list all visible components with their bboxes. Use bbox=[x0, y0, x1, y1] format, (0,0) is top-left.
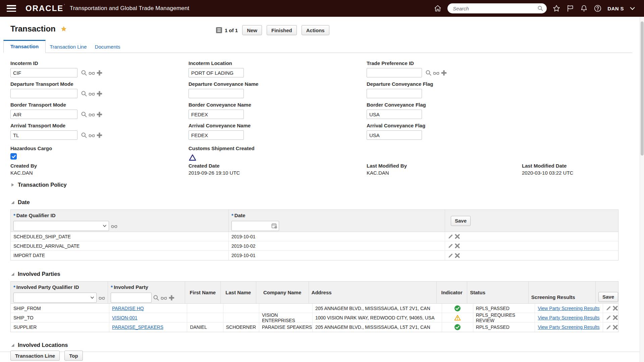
border-conveyance-flag-input[interactable] bbox=[367, 110, 422, 119]
delete-x-icon[interactable] bbox=[612, 315, 618, 320]
new-button[interactable]: New bbox=[242, 25, 262, 35]
departure-transport-mode-input[interactable] bbox=[10, 89, 77, 98]
view-details-glasses-icon[interactable] bbox=[89, 111, 95, 118]
delete-x-icon[interactable] bbox=[454, 234, 460, 239]
departure-conveyance-flag-input[interactable] bbox=[367, 89, 422, 98]
lookup-search-icon[interactable] bbox=[425, 70, 432, 76]
help-icon[interactable] bbox=[594, 4, 602, 12]
finished-button[interactable]: Finished bbox=[267, 25, 297, 35]
incoterm-id-input[interactable] bbox=[10, 68, 77, 77]
border-conveyance-name-input[interactable] bbox=[189, 110, 244, 119]
section-title: Date bbox=[18, 199, 30, 205]
add-new-plus-icon[interactable] bbox=[441, 70, 447, 76]
arrival-conveyance-name-input[interactable] bbox=[189, 130, 244, 140]
lookup-search-icon[interactable] bbox=[81, 132, 87, 138]
date-save-button[interactable]: Save bbox=[451, 216, 471, 226]
tab-documents[interactable]: Documents bbox=[91, 41, 124, 53]
party-row[interactable]: SHIP_FROM PARADISE HQ 205 ANNAGEM BLVD.,… bbox=[11, 304, 618, 313]
trade-preference-id-input[interactable] bbox=[367, 68, 422, 77]
flag-icon[interactable] bbox=[566, 4, 574, 12]
edit-pencil-icon[interactable] bbox=[606, 305, 611, 311]
incoterm-location-input[interactable] bbox=[189, 68, 244, 77]
section-transaction-policy[interactable]: Transaction Policy bbox=[10, 182, 631, 188]
departure-conveyance-name-input[interactable] bbox=[189, 89, 244, 98]
top-button[interactable]: Top bbox=[64, 351, 83, 361]
last-modified-by-label: Last Modified By bbox=[367, 163, 522, 169]
actions-button[interactable]: Actions bbox=[302, 25, 329, 35]
favorite-star-icon[interactable] bbox=[60, 25, 67, 32]
screening-results-link[interactable]: View Party Screening Results bbox=[538, 315, 599, 320]
arrival-transport-mode-input[interactable] bbox=[10, 130, 77, 140]
lookup-search-icon[interactable] bbox=[153, 295, 159, 301]
date-row[interactable]: SCHEDULED_ARRIVAL_DATE 2019-10-02 bbox=[11, 241, 618, 251]
view-details-glasses-icon[interactable] bbox=[89, 70, 95, 76]
screening-results-link[interactable]: View Party Screening Results bbox=[538, 306, 599, 311]
field-departure-conveyance-flag: Departure Conveyance Flag bbox=[367, 81, 619, 102]
party-link[interactable]: PARADISE HQ bbox=[112, 306, 144, 311]
view-details-glasses-icon[interactable] bbox=[433, 70, 439, 76]
screening-results-link[interactable]: View Party Screening Results bbox=[538, 324, 599, 330]
lookup-search-icon[interactable] bbox=[81, 90, 87, 97]
calendar-icon[interactable] bbox=[271, 223, 277, 229]
add-new-plus-icon[interactable] bbox=[96, 90, 103, 97]
search-input[interactable] bbox=[453, 6, 537, 11]
transaction-line-button[interactable]: Transaction Line bbox=[10, 351, 60, 361]
add-new-plus-icon[interactable] bbox=[96, 132, 103, 138]
app-header: ORACLEʾ Transportation and Global Trade … bbox=[0, 0, 644, 17]
edit-pencil-icon[interactable] bbox=[448, 253, 453, 258]
parties-save-button[interactable]: Save bbox=[598, 292, 618, 302]
status-cell: RPLS_REQUIRES REVIEW bbox=[473, 313, 535, 322]
delete-x-icon[interactable] bbox=[454, 253, 460, 258]
vertical-scrollbar[interactable] bbox=[640, 17, 644, 362]
date-qualifier-select[interactable] bbox=[13, 221, 109, 231]
notifications-bell-icon[interactable] bbox=[580, 4, 588, 12]
hazardous-cargo-checkbox[interactable] bbox=[10, 153, 17, 160]
arrival-conveyance-flag-input[interactable] bbox=[367, 130, 422, 140]
favorites-star-icon[interactable] bbox=[552, 4, 560, 12]
view-details-glasses-icon[interactable] bbox=[99, 295, 105, 301]
add-new-plus-icon[interactable] bbox=[96, 111, 103, 118]
add-new-plus-icon[interactable] bbox=[168, 295, 175, 301]
party-row[interactable]: SHIP_TO VISION-001 VISION ENTERPRISES 10… bbox=[11, 313, 618, 322]
search-icon[interactable] bbox=[537, 5, 543, 11]
last-name-header-cell: Last Name bbox=[221, 282, 256, 303]
add-new-plus-icon[interactable] bbox=[96, 70, 103, 76]
customs-shipment-triangle-icon[interactable] bbox=[189, 154, 197, 161]
party-link[interactable]: PARADISE_SPEAKERS bbox=[112, 324, 163, 330]
edit-pencil-icon[interactable] bbox=[448, 234, 453, 239]
date-row[interactable]: IMPORT DATE 2019-10-01 bbox=[11, 251, 618, 260]
border-transport-mode-input[interactable] bbox=[10, 110, 77, 119]
new-party-input[interactable] bbox=[111, 293, 152, 303]
delete-x-icon[interactable] bbox=[612, 305, 618, 311]
edit-pencil-icon[interactable] bbox=[606, 324, 611, 330]
lookup-search-icon[interactable] bbox=[81, 70, 87, 76]
home-icon[interactable] bbox=[434, 4, 442, 12]
delete-x-icon[interactable] bbox=[612, 324, 618, 330]
tab-transaction-line[interactable]: Transaction Line bbox=[46, 41, 91, 53]
section-involved-parties[interactable]: Involved Parties bbox=[10, 271, 631, 277]
record-list-icon[interactable] bbox=[216, 27, 222, 34]
party-link[interactable]: VISION-001 bbox=[112, 315, 137, 320]
view-details-glasses-icon[interactable] bbox=[111, 223, 117, 229]
section-title: Involved Locations bbox=[18, 342, 68, 348]
view-details-glasses-icon[interactable] bbox=[89, 132, 95, 138]
section-title: Involved Parties bbox=[18, 271, 60, 277]
view-details-glasses-icon[interactable] bbox=[89, 90, 95, 97]
user-menu[interactable]: DAN S bbox=[607, 6, 624, 11]
edit-pencil-icon[interactable] bbox=[448, 243, 453, 249]
date-row[interactable]: SCHEDULED_SHIP_DATE 2019-10-01 bbox=[11, 232, 618, 241]
user-chevron-down-icon[interactable] bbox=[630, 6, 635, 11]
tab-transaction[interactable]: Transaction bbox=[3, 40, 46, 53]
section-involved-locations[interactable]: Involved Locations bbox=[10, 342, 631, 348]
party-qualifier-select[interactable] bbox=[13, 293, 97, 303]
scrollbar-thumb[interactable] bbox=[641, 21, 644, 156]
menu-icon[interactable] bbox=[7, 5, 16, 12]
edit-pencil-icon[interactable] bbox=[606, 315, 611, 320]
party-row[interactable]: SUPPLIER PARADISE_SPEAKERS DANIEL SCHOER… bbox=[11, 322, 618, 332]
address-cell: 1000 VISION PARK WAY, REDWOOD CITY, 9406… bbox=[313, 313, 442, 322]
view-details-glasses-icon[interactable] bbox=[161, 295, 167, 301]
delete-x-icon[interactable] bbox=[454, 243, 460, 249]
section-date[interactable]: Date bbox=[10, 199, 631, 205]
lookup-search-icon[interactable] bbox=[81, 111, 87, 118]
column-header: Last Name bbox=[225, 290, 251, 295]
